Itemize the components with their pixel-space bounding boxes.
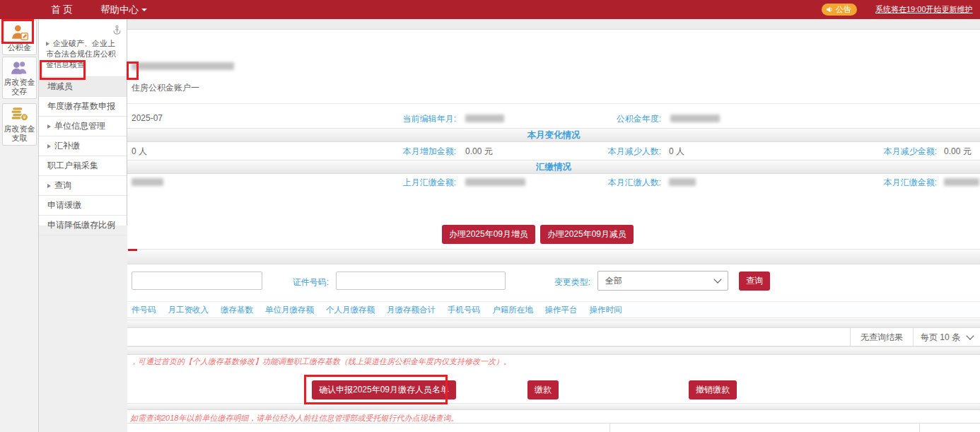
nav-help-label: 帮助中心 (100, 4, 139, 15)
remove-member-button[interactable]: 办理2025年09月减员 (540, 225, 634, 244)
menu-item-chaxun[interactable]: 查询 (39, 175, 127, 195)
page-size-label: 每页 10 条 (921, 328, 960, 346)
history-query-note: 如需查询2018年以前单位缴存明细，请单位经办人前往信息管理部或受托银行代办点现… (130, 413, 458, 424)
column-header[interactable]: 缴存基数 (221, 305, 253, 315)
app-root: 首 页 帮助中心 公告 系统将在19:00开始更新维护 公积金 (0, 0, 980, 432)
company-name-redacted (132, 62, 234, 70)
section-month-change: 本月变化情况 (127, 128, 980, 142)
chevron-down-icon (141, 8, 147, 11)
menu-item-label: 查询 (54, 180, 71, 190)
anchor-icon[interactable] (112, 25, 122, 37)
menu-item-label: 单位信息管理 (54, 121, 105, 131)
sidebar-item-label: 房改资金 交存 (4, 78, 35, 96)
edit-month-value: 2025-07 (132, 113, 163, 123)
last-month-count-redacted (132, 178, 163, 186)
divider (127, 103, 980, 104)
column-header[interactable]: 月工资收入 (168, 305, 209, 315)
speaker-icon (826, 6, 834, 13)
sidebar-item-fanggai-jiaocun[interactable]: 房改资金 交存 (2, 57, 37, 99)
this-month-amount-label: 本月汇缴金额: (795, 177, 937, 189)
expand-arrow-icon (47, 184, 51, 188)
empty-result-text: 无查询结果 (850, 328, 913, 346)
column-header[interactable]: 户籍所在地 (492, 305, 533, 315)
results-bar: 无查询结果 每页 10 条 (127, 328, 980, 346)
expand-arrow-icon (47, 144, 51, 148)
change-type-select[interactable]: 全部 (597, 271, 728, 291)
column-header[interactable]: 件号码 (132, 305, 156, 315)
separator-bar (127, 320, 980, 328)
announcement-link[interactable]: 系统将在19:00开始更新维护 (875, 4, 973, 15)
menu-item-huanjiao[interactable]: 申请缓缴 (39, 195, 127, 215)
secondary-menu: 企业破产、企业上市合法合规住房公积金信息核查 增减员 年度缴存基数申报 单位信息… (39, 19, 127, 226)
menu-item-jishu-shenbao[interactable]: 年度缴存基数申报 (39, 96, 127, 116)
nav-help-center[interactable]: 帮助中心 (100, 0, 147, 19)
menu-item-label: 增减员 (47, 81, 73, 91)
menu-item-qiyepochan[interactable]: 企业破产、企业上市合法合规住房公积金信息核查 (46, 38, 121, 76)
fund-year-label: 公积金年度: (520, 113, 661, 125)
svg-text:¥: ¥ (23, 115, 26, 121)
sidebar-item-fanggai-zhiqu[interactable]: ¥ 房改资金 支取 (2, 103, 37, 146)
month-reduce-amount-value: 0.00 元 (944, 146, 972, 158)
this-month-count-label: 本月汇缴人数: (520, 177, 661, 189)
icon-sidebar: 公积金 房改资金 交存 ¥ 房改资金 支取 (0, 19, 39, 432)
content-top-strip (127, 19, 980, 30)
table-fragment-divider (609, 423, 610, 432)
this-month-amount-redacted (944, 178, 979, 186)
separator-bar (127, 403, 980, 410)
name-input[interactable] (132, 272, 262, 290)
top-navbar: 首 页 帮助中心 公告 系统将在19:00开始更新维护 (0, 0, 980, 19)
id-number-input[interactable] (336, 272, 506, 290)
column-header[interactable]: 个人月缴存额 (326, 305, 375, 315)
month-add-amount-value: 0.00 元 (465, 146, 493, 158)
menu-item-label: 企业破产、企业上市合法合规住房公积金信息核查 (46, 39, 116, 69)
sidebar-item-gongjijin[interactable]: 公积金 (2, 20, 37, 55)
base-modify-note: ，可通过首页的【个人缴存基数修改】功能调整职工缴存基数（线上渠道住房公积金年度内… (130, 356, 511, 367)
change-type-label: 变更类型: (520, 276, 590, 288)
month-reduce-amount-label: 本月减少金额: (795, 146, 937, 158)
table-header-row: 件号码 月工资收入 缴存基数 单位月缴存额 个人月缴存额 月缴存额合计 手机号码… (127, 301, 980, 318)
table-fragment-divider (919, 423, 920, 432)
chevron-down-icon (713, 275, 721, 283)
this-month-count-redacted (669, 178, 696, 186)
menu-item-huibujiao[interactable]: 汇补缴 (39, 136, 127, 156)
expand-arrow-icon (47, 124, 51, 129)
month-add-count-value: 0 人 (132, 146, 147, 158)
query-button[interactable]: 查询 (739, 272, 770, 291)
sidebar-item-label: 公积金 (8, 43, 31, 52)
id-number-label: 证件号码: (258, 276, 329, 288)
cancel-pay-button[interactable]: 撤销缴款 (689, 380, 737, 399)
nav-home[interactable]: 首 页 (51, 0, 73, 19)
menu-item-label: 职工户籍采集 (47, 160, 98, 170)
announcement-badge[interactable]: 公告 (822, 4, 857, 16)
column-header[interactable]: 操作时间 (590, 305, 622, 315)
people-icon (10, 59, 29, 76)
column-header[interactable]: 月缴存额合计 (387, 305, 436, 315)
month-reduce-count-value: 0 人 (669, 146, 684, 158)
menu-item-danwei-xinxi[interactable]: 单位信息管理 (39, 116, 127, 136)
column-header[interactable]: 操作平台 (545, 305, 578, 315)
coins-icon: ¥ (11, 106, 29, 123)
active-tab-indicator (128, 249, 137, 251)
add-member-button[interactable]: 办理2025年09月增员 (442, 225, 535, 244)
section-remittance: 汇缴情况 (127, 160, 980, 174)
last-month-amount-label: 上月汇缴金额: (315, 177, 456, 189)
menu-item-label: 申请降低缴存比例 (47, 220, 115, 230)
column-header[interactable]: 单位月缴存额 (265, 305, 314, 315)
page-size-select[interactable]: 每页 10 条 (913, 328, 980, 346)
menu-item-label: 年度缴存基数申报 (47, 101, 115, 111)
announcement-badge-label: 公告 (836, 4, 851, 16)
change-type-selected-value: 全部 (605, 275, 622, 287)
current-edit-month-label: 当前编辑年月: (315, 113, 456, 125)
tab-strip (127, 249, 980, 264)
pay-button[interactable]: 缴款 (527, 380, 559, 399)
month-add-amount-label: 本月增加金额: (315, 146, 456, 158)
table-fragment-border (127, 423, 980, 424)
column-header[interactable]: 手机号码 (448, 305, 480, 315)
chevron-down-icon (966, 332, 974, 339)
menu-item-zengjianyuan[interactable]: 增减员 (39, 76, 127, 96)
separator-bar (127, 346, 980, 355)
sidebar-item-label: 房改资金 支取 (4, 124, 35, 143)
confirm-declare-button[interactable]: 确认申报2025年09月缴存人员名单 (312, 380, 456, 399)
menu-item-jiangdi-bili[interactable]: 申请降低缴存比例 (39, 215, 127, 235)
menu-item-huji-caiji[interactable]: 职工户籍采集 (39, 156, 127, 175)
